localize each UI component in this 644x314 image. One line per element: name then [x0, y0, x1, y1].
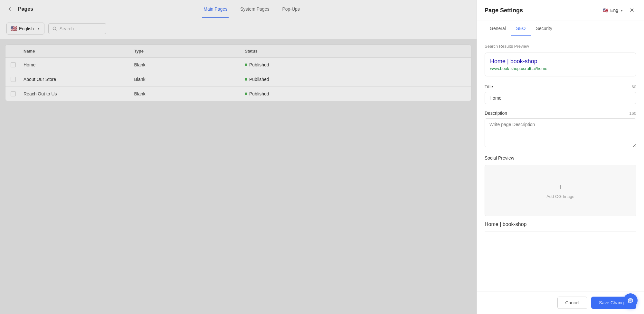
social-preview-title: Home | book-shop: [485, 221, 636, 231]
panel-content: Search Results Preview Home | book-shop …: [477, 36, 644, 291]
tab-security[interactable]: Security: [531, 21, 557, 36]
back-button[interactable]: Pages: [6, 6, 33, 12]
status-dot: [245, 78, 247, 81]
table-header: Name Type Status: [5, 45, 471, 58]
title-field-header: Title 60: [485, 84, 636, 89]
search-placeholder: Search: [60, 26, 74, 31]
language-selector[interactable]: 🇺🇸 English ▼: [6, 23, 44, 34]
status-dot: [245, 64, 247, 66]
flag-icon: 🇺🇸: [11, 25, 17, 32]
og-image-label: Add OG Image: [546, 194, 574, 199]
panel-chevron-icon: ▼: [620, 9, 623, 12]
tab-system-pages[interactable]: System Pages: [239, 1, 270, 18]
pages-table: Name Type Status Home Blank Published Ab…: [5, 44, 471, 101]
description-field-header: Description 160: [485, 111, 636, 116]
row-checkbox[interactable]: [11, 62, 16, 67]
row-checkbox[interactable]: [11, 77, 16, 82]
left-panel: Pages Main Pages System Pages Pop-Ups 🇺🇸…: [0, 0, 477, 314]
chevron-down-icon: ▼: [37, 27, 40, 30]
main-tab-bar: Main Pages System Pages Pop-Ups: [202, 0, 301, 18]
panel-lang-selector[interactable]: 🇺🇸 Eng ▼: [603, 8, 623, 13]
table-row[interactable]: About Our Store Blank Published: [5, 72, 471, 87]
back-icon: [6, 6, 13, 12]
preview-url: www.book-shop.ucraft.ai/home: [490, 66, 631, 71]
header-status: Status: [245, 49, 355, 54]
title-label: Title: [485, 84, 493, 89]
header-type: Type: [134, 49, 245, 54]
row-name: Reach Out to Us: [24, 91, 134, 96]
cancel-button[interactable]: Cancel: [557, 297, 588, 309]
chat-widget[interactable]: [623, 293, 638, 308]
panel-title: Page Settings: [485, 7, 523, 14]
row-type: Blank: [134, 62, 245, 67]
preview-title: Home | book-shop: [490, 58, 631, 65]
table-row[interactable]: Home Blank Published: [5, 58, 471, 72]
language-label: English: [19, 26, 34, 31]
plus-icon: +: [558, 182, 563, 191]
top-nav: Pages Main Pages System Pages Pop-Ups: [0, 0, 477, 18]
panel-header-right: 🇺🇸 Eng ▼ ✕: [603, 6, 636, 15]
panel-header: Page Settings 🇺🇸 Eng ▼ ✕: [477, 0, 644, 21]
right-panel: Page Settings 🇺🇸 Eng ▼ ✕ General SEO Sec…: [477, 0, 644, 314]
title-input[interactable]: [485, 92, 636, 104]
description-textarea[interactable]: [485, 118, 636, 147]
search-preview-label: Search Results Preview: [485, 44, 636, 49]
social-preview-label: Social Preview: [485, 155, 514, 161]
search-icon: [52, 26, 57, 31]
search-box[interactable]: Search: [48, 23, 106, 34]
status-dot: [245, 93, 247, 95]
row-type: Blank: [134, 77, 245, 82]
tab-seo[interactable]: SEO: [511, 21, 531, 36]
tab-pop-ups[interactable]: Pop-Ups: [281, 1, 301, 18]
description-count: 160: [629, 111, 636, 116]
table-row[interactable]: Reach Out to Us Blank Published: [5, 87, 471, 101]
header-actions: [355, 49, 466, 54]
row-type: Blank: [134, 91, 245, 96]
row-status: Published: [245, 91, 355, 96]
panel-lang-label: Eng: [610, 8, 618, 13]
row-status: Published: [245, 77, 355, 82]
row-checkbox[interactable]: [11, 91, 16, 96]
search-preview-box: Home | book-shop www.book-shop.ucraft.ai…: [485, 53, 636, 76]
row-status: Published: [245, 62, 355, 67]
toolbar: 🇺🇸 English ▼ Search: [0, 18, 477, 39]
og-image-upload[interactable]: + Add OG Image: [485, 165, 636, 216]
tab-general[interactable]: General: [485, 21, 511, 36]
title-count: 60: [632, 84, 636, 89]
panel-footer: Cancel Save Changes: [477, 291, 644, 314]
panel-tabs: General SEO Security: [477, 21, 644, 36]
close-button[interactable]: ✕: [627, 6, 636, 15]
description-label: Description: [485, 111, 507, 116]
row-name: Home: [24, 62, 134, 67]
tab-main-pages[interactable]: Main Pages: [202, 1, 229, 18]
chat-icon: [627, 297, 634, 304]
row-name: About Our Store: [24, 77, 134, 82]
header-name: Name: [24, 49, 134, 54]
panel-flag-icon: 🇺🇸: [603, 8, 608, 13]
header-checkbox-cell: [11, 49, 24, 54]
social-preview-section: Social Preview + Add OG Image Home | boo…: [485, 155, 636, 231]
page-title: Pages: [18, 6, 33, 12]
